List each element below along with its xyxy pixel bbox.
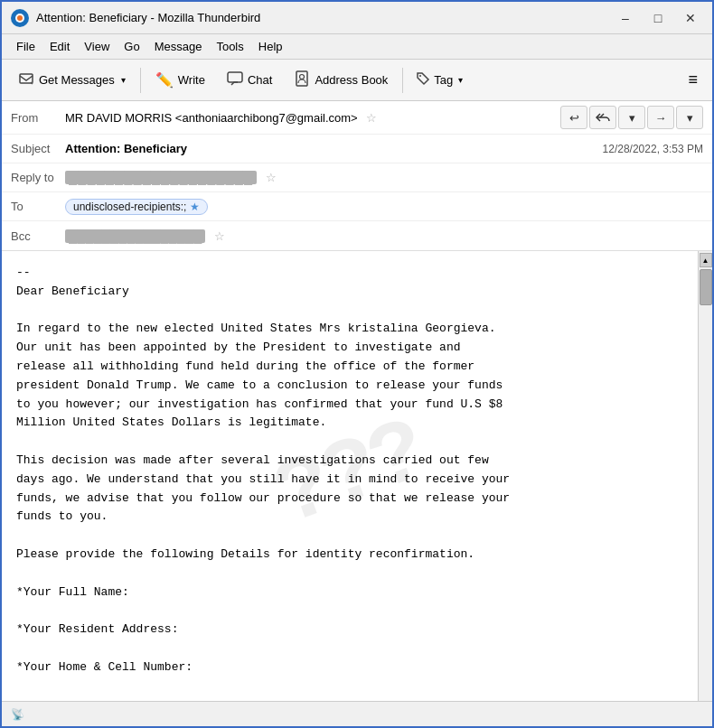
reply-to-value: ████████████████████ ☆ <box>65 171 703 184</box>
more-down-button[interactable]: ▾ <box>618 106 645 129</box>
minimize-button[interactable]: – <box>613 9 638 27</box>
subject-label: Subject <box>11 142 65 155</box>
chat-icon <box>227 70 243 90</box>
hamburger-menu-button[interactable]: ≡ <box>681 66 705 94</box>
email-body-text: -- Dear Beneficiary In regard to the new… <box>16 264 683 677</box>
bcc-star[interactable]: ☆ <box>214 229 225 243</box>
tag-icon <box>416 71 430 89</box>
bcc-value: ████████████████ ☆ <box>65 229 703 243</box>
email-header: From MR DAVID MORRIS <anthoniaarchibong7… <box>2 101 712 251</box>
get-messages-dropdown-arrow[interactable]: ▾ <box>121 75 126 85</box>
to-star[interactable]: ★ <box>190 201 200 213</box>
svg-point-2 <box>17 15 23 21</box>
chat-button[interactable]: Chat <box>218 65 281 96</box>
reply-to-label: Reply to <box>11 171 65 184</box>
email-date: 12/28/2022, 3:53 PM <box>603 143 703 155</box>
address-book-icon <box>294 70 310 90</box>
email-body-container: ??? -- Dear Beneficiary In regard to the… <box>2 251 712 701</box>
forward-button[interactable]: → <box>647 106 674 129</box>
tag-dropdown-arrow[interactable]: ▾ <box>458 75 463 85</box>
bcc-redacted: ████████████████ <box>65 229 205 243</box>
status-icon: 📡 <box>11 708 24 721</box>
from-name: MR DAVID MORRIS <box>65 111 172 125</box>
menu-help[interactable]: Help <box>251 38 290 55</box>
reply-to-row: Reply to ████████████████████ ☆ <box>2 163 712 192</box>
from-star[interactable]: ☆ <box>366 111 377 125</box>
subject-value: Attention: Beneficiary <box>65 142 603 155</box>
tag-label: Tag <box>434 73 453 87</box>
close-button[interactable]: ✕ <box>678 9 703 27</box>
scrollbar-thumb[interactable] <box>700 269 712 305</box>
address-book-label: Address Book <box>315 73 388 87</box>
get-messages-icon <box>18 70 34 90</box>
reply-all-button[interactable] <box>589 106 616 129</box>
bcc-label: Bcc <box>11 229 65 243</box>
toolbar: Get Messages ▾ ✏️ Write Chat Address Boo… <box>2 60 712 101</box>
maximize-button[interactable]: □ <box>645 9 671 27</box>
get-messages-button[interactable]: Get Messages ▾ <box>9 65 135 96</box>
title-bar: Attention: Beneficiary - Mozilla Thunder… <box>2 2 712 34</box>
svg-rect-4 <box>228 72 242 82</box>
svg-rect-3 <box>20 74 33 83</box>
subject-row: Subject Attention: Beneficiary 12/28/202… <box>2 135 712 163</box>
scrollbar-up-button[interactable]: ▲ <box>700 253 712 267</box>
window-title: Attention: Beneficiary - Mozilla Thunder… <box>36 11 613 24</box>
from-email: <anthoniaarchibong7@gmail.com> <box>175 111 358 125</box>
to-recipient-text: undisclosed-recipients:; <box>73 201 186 213</box>
menu-go[interactable]: Go <box>117 38 146 55</box>
reply-to-redacted: ████████████████████ <box>65 171 257 184</box>
app-icon <box>11 9 29 27</box>
menu-tools[interactable]: Tools <box>209 38 250 55</box>
reply-to-star[interactable]: ☆ <box>266 171 277 184</box>
svg-point-7 <box>419 75 421 77</box>
email-body[interactable]: ??? -- Dear Beneficiary In regard to the… <box>2 251 698 701</box>
more-actions-button[interactable]: ▾ <box>676 106 703 129</box>
to-value: undisclosed-recipients:; ★ <box>65 199 703 215</box>
address-book-button[interactable]: Address Book <box>285 65 397 96</box>
write-label: Write <box>178 73 205 87</box>
menu-edit[interactable]: Edit <box>42 38 77 55</box>
from-row: From MR DAVID MORRIS <anthoniaarchibong7… <box>2 101 712 135</box>
from-value: MR DAVID MORRIS <anthoniaarchibong7@gmai… <box>65 111 553 125</box>
toolbar-divider-1 <box>140 68 141 93</box>
get-messages-label: Get Messages <box>39 73 115 87</box>
svg-point-6 <box>300 74 305 79</box>
status-bar: 📡 <box>2 701 712 726</box>
menu-message[interactable]: Message <box>147 38 210 55</box>
write-button[interactable]: ✏️ Write <box>146 65 214 96</box>
tag-button[interactable]: Tag ▾ <box>409 65 470 96</box>
menu-bar: File Edit View Go Message Tools Help <box>2 34 712 60</box>
reply-button[interactable]: ↩ <box>560 106 587 129</box>
menu-view[interactable]: View <box>77 38 117 55</box>
menu-file[interactable]: File <box>9 38 42 55</box>
bcc-row: Bcc ████████████████ ☆ <box>2 221 712 250</box>
scrollbar-track[interactable]: ▲ <box>698 251 712 701</box>
toolbar-divider-2 <box>402 68 403 93</box>
window-controls: – □ ✕ <box>613 9 703 27</box>
from-label: From <box>11 111 65 125</box>
to-recipient-badge: undisclosed-recipients:; ★ <box>65 199 208 215</box>
to-row: To undisclosed-recipients:; ★ <box>2 192 712 221</box>
write-icon: ✏️ <box>155 71 174 89</box>
to-label: To <box>11 200 65 213</box>
chat-label: Chat <box>248 73 272 87</box>
email-action-buttons: ↩ ▾ → ▾ <box>560 106 703 129</box>
